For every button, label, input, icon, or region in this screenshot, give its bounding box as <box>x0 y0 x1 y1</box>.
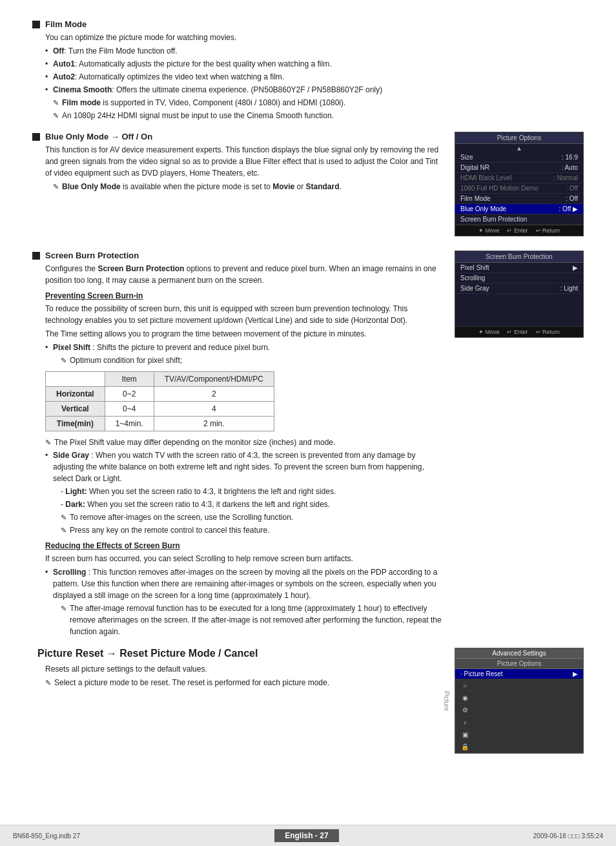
pixel-shift-bullet: Pixel Shift : Shifts the picture to prev… <box>53 342 444 353</box>
adv-row-picture-reset: · Picture Reset ▶ <box>455 669 583 679</box>
gear-icon: ⚙ <box>460 705 469 714</box>
film-mode-auto2: Auto2: Automatically optimizes the video… <box>53 71 584 83</box>
adv-row-icon2: ◉ <box>455 692 583 704</box>
tv-box-picture-options-header: Picture Options <box>455 132 583 144</box>
table-cell-horizontal-value: 2 <box>154 387 274 402</box>
tv-row-scrolling: Scrolling <box>455 273 583 284</box>
film-mode-off: Off: Turn the Film Mode function off. <box>53 45 584 57</box>
screen-burn-tv-boxes: Screen Burn Protection Pixel Shift▶ Scro… <box>455 251 584 343</box>
bottom-bar: BN68-850_Eng.indb 27 English - 27 2009-0… <box>0 825 616 846</box>
adv-box-header: Advanced Settings <box>455 648 583 659</box>
note-icon-3: ✎ <box>53 181 59 192</box>
preventing-intro1: To reduce the possibility of screen burn… <box>45 303 444 326</box>
note-icon-6: ✎ <box>61 512 67 523</box>
picture-reset-note: ✎ Select a picture mode to be reset. The… <box>45 677 444 688</box>
adv-row-icon1: ○ <box>455 679 583 692</box>
adv-row-icon5: ▣ <box>455 728 583 741</box>
preventing-screen-burn-heading: Preventing Screen Burn-in <box>45 291 444 300</box>
bullet-icon-2 <box>32 133 40 141</box>
film-mode-title: Film Mode <box>32 19 584 29</box>
picture-reset-content: Picture Reset → Reset Picture Mode / Can… <box>32 648 444 690</box>
leaf-icon: ◉ <box>460 693 469 702</box>
side-gray-note2: ✎ Press any key on the remote control to… <box>61 524 444 536</box>
blue-only-section: Blue Only Mode → Off / On This function … <box>32 132 584 242</box>
side-gray-note1: ✎ To remove after-images on the screen, … <box>61 511 444 523</box>
table-row: Time(min) 1~4min. 2 min. <box>46 417 274 431</box>
screen-burn-content: Screen Burn Protection Configures the Sc… <box>32 251 444 639</box>
table-header-tv: TV/AV/Component/HDMI/PC <box>154 372 274 387</box>
footer-left: BN68-850_Eng.indb 27 <box>13 832 80 840</box>
note-icon-5: ✎ <box>45 437 51 448</box>
picture-reset-title: Picture Reset → Reset Picture Mode / Can… <box>32 648 444 659</box>
tv-box-screen-burn: Screen Burn Protection Pixel Shift▶ Scro… <box>455 251 584 338</box>
film-mode-cinema-smooth: Cinema Smooth: Offers the ultimate cinem… <box>53 84 584 96</box>
blue-only-intro: This function is for AV device measureme… <box>45 144 444 179</box>
pixel-shift-note: ✎ Optimum condition for pixel shift; <box>61 355 444 366</box>
film-mode-auto1: Auto1: Automatically adjusts the picture… <box>53 58 584 70</box>
table-header-item: Item <box>105 372 154 387</box>
side-gray-dark: Dark: When you set the screen ratio to 4… <box>61 499 444 510</box>
film-mode-note1: ✎ Film mode is supported in TV, Video, C… <box>53 97 584 108</box>
scrolling-note: ✎ The after-image removal function has t… <box>61 603 444 637</box>
scrolling-bullet: Scrolling : This function removes after-… <box>53 566 444 601</box>
table-cell-time-range: 1~4min. <box>105 417 154 431</box>
screen-burn-title: Screen Burn Protection <box>32 251 444 260</box>
table-cell-vertical-range: 0~4 <box>105 402 154 417</box>
note-icon-9: ✎ <box>45 677 51 688</box>
reducing-intro: If screen burn has occurred, you can sel… <box>45 553 444 564</box>
tv-box-screen-burn-header: Screen Burn Protection <box>455 251 583 263</box>
blue-only-note: ✎ Blue Only Mode is available when the p… <box>53 181 444 192</box>
preventing-intro2: The Time setting allows you to program t… <box>45 328 444 340</box>
pixel-shift-table-note: ✎ The Pixel Shift value may differ depen… <box>45 437 444 448</box>
tv-row-1080-motion: 1080 Full HD Motion Demo: Off <box>455 183 583 194</box>
adv-row-icon6: 🔒 <box>455 741 583 753</box>
reducing-effects-heading: Reducing the Effects of Screen Burn <box>45 541 444 550</box>
film-mode-content: Film Mode You can optimize the picture m… <box>32 19 584 123</box>
tv-row-screen-burn: Screen Burn Protection <box>455 214 583 225</box>
tv-row-side-gray: Side Gray: Light <box>455 284 583 294</box>
lock-icon: 🔒 <box>460 742 469 751</box>
adv-row-icon3: ⚙ <box>455 704 583 716</box>
table-header-empty <box>46 372 105 387</box>
film-mode-note2: ✎ An 1080p 24Hz HDMI signal must be inpu… <box>53 110 584 121</box>
footer-right: 2009-06-18 □□□ 3:55:24 <box>533 832 603 840</box>
screen-burn-intro: Configures the Screen Burn Protection op… <box>45 263 444 286</box>
tv-row-film-mode: Film Mode: Off <box>455 194 583 204</box>
tv-box-picture-options-footer: ✦ Move ↵ Enter ↩ Return <box>455 225 583 236</box>
tv-row-hdmi-black: HDMI Black Level: Normal <box>455 173 583 183</box>
page: Film Mode You can optimize the picture m… <box>0 0 616 846</box>
screen-burn-section: Screen Burn Protection Configures the Sc… <box>32 251 584 639</box>
table-cell-horizontal-label: Horizontal <box>46 387 105 402</box>
note-icon-7: ✎ <box>61 525 67 536</box>
note-icon: ✎ <box>53 98 59 108</box>
pixel-shift-table: Item TV/AV/Component/HDMI/PC Horizontal … <box>45 371 274 431</box>
tv-box-picture-options-container: Picture Options ▲ Size: 16:9 Digital NR:… <box>455 132 584 242</box>
table-cell-time-label: Time(min) <box>46 417 105 431</box>
bullet-icon <box>32 21 40 28</box>
picture-side-tab: Picture <box>443 648 450 754</box>
note-icon-8: ✎ <box>61 603 67 637</box>
tv-row-blue-only: Blue Only Mode: Off ▶ <box>455 204 583 214</box>
table-row: Vertical 0~4 4 <box>46 402 274 417</box>
circle-icon: ○ <box>460 681 469 690</box>
blue-only-title: Blue Only Mode → Off / On <box>32 132 444 141</box>
tv-row-digital-nr: Digital NR: Auto <box>455 163 583 173</box>
picture-reset-intro: Resets all picture settings to the defau… <box>45 663 444 675</box>
side-gray-light: Light: When you set the screen ratio to … <box>61 486 444 497</box>
adv-box-container: Advanced Settings Picture Options · Pict… <box>455 648 584 754</box>
tv-box-screen-burn-footer: ✦ Move ↵ Enter ↩ Return <box>455 326 583 337</box>
table-cell-vertical-label: Vertical <box>46 402 105 417</box>
tv-row-size: Size: 16:9 <box>455 152 583 163</box>
note-icon-4: ✎ <box>61 355 67 366</box>
film-icon: ▣ <box>460 730 469 739</box>
bullet-icon-3 <box>32 252 40 260</box>
table-cell-vertical-value: 4 <box>154 402 274 417</box>
tv-box-picture-options: Picture Options ▲ Size: 16:9 Digital NR:… <box>455 132 584 236</box>
page-number: English - 27 <box>274 829 338 842</box>
picture-reset-section: Picture Reset → Reset Picture Mode / Can… <box>32 648 584 754</box>
note-icon-2: ✎ <box>53 110 59 121</box>
side-gray-bullet: Side Gray : When you watch TV with the s… <box>53 449 444 484</box>
film-mode-intro: You can optimize the picture mode for wa… <box>45 32 584 43</box>
table-cell-horizontal-range: 0~2 <box>105 387 154 402</box>
adv-row-icon4: ♪ <box>455 716 583 728</box>
